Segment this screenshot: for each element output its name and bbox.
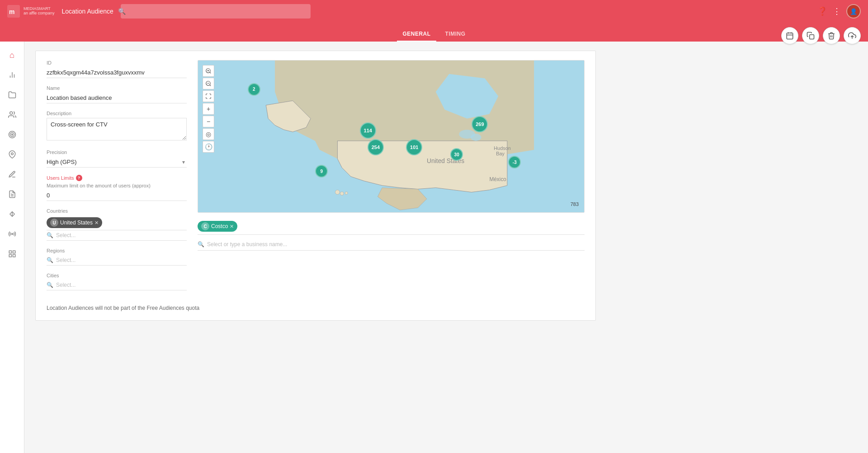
svg-rect-23 [9,255,11,257]
svg-point-11 [9,112,12,114]
map-plus-btn[interactable]: + [203,103,214,115]
users-limits-sublabel: Maximum limit on the amount of users (ap… [47,183,187,188]
tab-timing[interactable]: TIMING [440,27,471,42]
left-form: ID zzfbkx5qxgm44a7zvolssa3fguxvxxmv Name… [47,60,187,298]
business-search-field: 🔍 [198,238,585,251]
name-input[interactable] [47,93,187,103]
map-zoom-in-btn[interactable] [203,65,214,77]
sidebar-item-location[interactable] [3,145,21,163]
map-controls: + − ◎ 🕐 [203,65,214,153]
sidebar-item-charts[interactable] [3,66,21,84]
users-limits-input[interactable] [47,190,187,201]
map-number-783: 783 [571,201,579,207]
country-chip-remove[interactable]: ✕ [94,220,99,226]
cities-search-field: 🔍 [47,280,187,290]
svg-rect-20 [9,251,11,253]
sidebar-item-grid[interactable] [3,245,21,263]
svg-point-25 [335,190,340,195]
regions-search-input[interactable] [56,257,187,263]
svg-point-14 [11,134,13,135]
map-minus-btn[interactable]: − [203,116,214,127]
map-marker-30: 30 [450,148,463,161]
sub-header: GENERAL TIMING [0,23,868,42]
sidebar-item-radio[interactable] [3,225,21,243]
description-row: Description Cross-screen for CTV [47,111,187,142]
map-marker-114: 114 [360,122,376,139]
calendar-button[interactable] [781,27,798,44]
business-search-icon: 🔍 [198,241,204,248]
countries-chips-area: U United States ✕ [47,215,187,230]
cities-search-icon: 🔍 [47,282,53,288]
help-button[interactable]: ❓ [817,6,827,16]
svg-text:Bay: Bay [496,151,505,156]
map-zoom-out-btn[interactable] [203,78,214,89]
svg-point-13 [10,133,14,137]
svg-line-35 [210,72,211,74]
country-chip-letter: U [50,219,58,227]
map-marker-neg3: -3 [508,156,521,168]
name-label: Name [47,85,187,91]
sidebar-item-targeting[interactable] [3,126,21,144]
map-time-btn[interactable]: 🕐 [203,141,214,153]
left-sidebar: ⌂ [0,42,24,453]
svg-point-15 [11,153,13,155]
copy-button[interactable] [802,27,819,44]
svg-point-27 [345,192,348,195]
precision-select[interactable]: High (GPS) Medium Low [47,157,187,167]
upload-button[interactable] [844,27,861,44]
name-row: Name [47,85,187,103]
footer-note: Location Audiences will not be part of t… [47,305,585,311]
precision-row: Precision High (GPS) Medium Low ▾ [47,149,187,168]
sidebar-item-audience[interactable] [3,106,21,124]
cities-label: Cities [47,273,187,278]
svg-rect-22 [13,255,15,257]
precision-select-wrapper: High (GPS) Medium Low ▾ [47,157,187,168]
country-chip-us: U United States ✕ [47,217,102,228]
svg-line-39 [210,85,211,86]
id-row: ID zzfbkx5qxgm44a7zvolssa3fguxvxxmv [47,60,187,78]
map-container[interactable]: United States Hudson Bay México [198,60,585,213]
cities-search-input[interactable] [56,282,187,288]
precision-label: Precision [47,149,187,155]
users-limits-help-icon: ? [76,175,82,181]
svg-point-33 [471,134,481,141]
svg-point-19 [11,234,13,235]
business-chip-letter: C [201,222,209,230]
svg-point-26 [340,192,344,196]
map-marker-2: 2 [248,83,260,96]
id-value: zzfbkx5qxgm44a7zvolssa3fguxvxxmv [47,67,187,78]
regions-label: Regions [47,248,187,253]
logo-area: m MEDIASMART an affle company [7,5,54,18]
map-marker-101: 101 [406,139,422,155]
countries-search-field: 🔍 [47,230,187,241]
svg-rect-21 [13,251,15,253]
svg-text:m: m [9,8,14,15]
regions-search-icon: 🔍 [47,257,53,263]
business-chips-area: C Costco ✕ [198,218,585,235]
map-locate-btn[interactable]: ◎ [203,128,214,140]
sidebar-item-home[interactable]: ⌂ [3,46,21,64]
country-chip-label: United States [60,219,93,226]
sidebar-item-tools[interactable] [3,165,21,183]
two-col-layout: ID zzfbkx5qxgm44a7zvolssa3fguxvxxmv Name… [47,60,585,298]
map-fullscreen-btn[interactable] [203,90,214,102]
main-search-input[interactable] [121,4,311,19]
description-textarea[interactable]: Cross-screen for CTV [47,118,187,140]
business-chip-remove[interactable]: ✕ [230,224,234,229]
header-right: ❓ ⋮ 👤 [817,4,861,19]
delete-button[interactable] [823,27,840,44]
sidebar-item-transfer[interactable] [3,205,21,223]
id-label: ID [47,60,187,65]
main-layout: ⌂ [0,42,868,453]
map-marker-254: 254 [368,139,384,155]
sidebar-item-campaigns[interactable] [3,86,21,104]
regions-row: Regions 🔍 [47,248,187,266]
business-search-input[interactable] [207,241,585,248]
regions-search-field: 🔍 [47,255,187,266]
sidebar-item-reports[interactable] [3,185,21,203]
avatar[interactable]: 👤 [846,4,861,19]
countries-search-input[interactable] [56,232,187,238]
tab-general[interactable]: GENERAL [397,27,436,42]
more-options-button[interactable]: ⋮ [833,6,841,16]
top-header: m MEDIASMART an affle company Location A… [0,0,868,23]
